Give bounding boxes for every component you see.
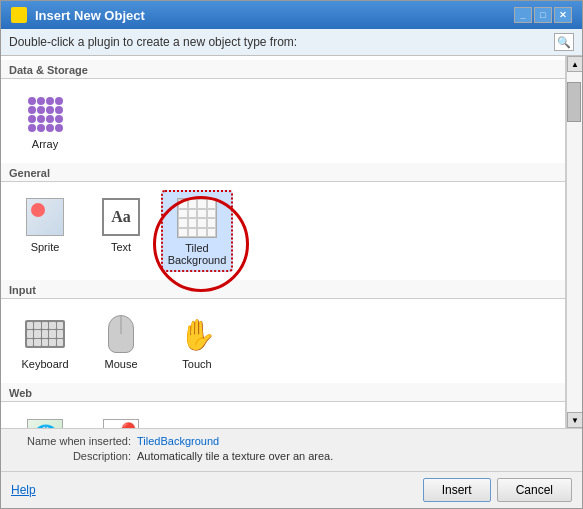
desc-label: Description: <box>11 450 131 462</box>
keyboard-icon <box>23 312 67 356</box>
item-array[interactable]: Array <box>9 87 81 155</box>
sprite-icon <box>23 195 67 239</box>
touch-icon: ✋ <box>175 312 219 356</box>
name-value: TiledBackground <box>137 435 219 447</box>
data-storage-grid: Array <box>1 79 565 163</box>
text-label: Text <box>111 241 131 253</box>
name-label: Name when inserted: <box>11 435 131 447</box>
desc-value: Automatically tile a texture over an are… <box>137 450 333 462</box>
help-link[interactable]: Help <box>11 483 36 497</box>
item-text[interactable]: Aa Text <box>85 190 157 272</box>
dialog-icon <box>11 7 27 23</box>
dialog-title: Insert New Object <box>35 8 145 23</box>
section-data-storage: Data & Storage <box>1 60 565 79</box>
main-container: Data & Storage Array <box>1 56 582 428</box>
subtitle-bar: Double-click a plugin to create a new ob… <box>1 29 582 56</box>
desc-row: Description: Automatically tile a textur… <box>11 450 572 462</box>
item-keyboard[interactable]: Keyboard <box>9 307 81 375</box>
scroll-thumb[interactable] <box>567 82 581 122</box>
web1-icon <box>23 415 67 428</box>
mouse-icon <box>99 312 143 356</box>
array-label: Array <box>32 138 58 150</box>
array-icon <box>23 92 67 136</box>
title-bar: Insert New Object _ □ ✕ <box>1 1 582 29</box>
maximize-button[interactable]: □ <box>534 7 552 23</box>
insert-button[interactable]: Insert <box>423 478 491 502</box>
section-input: Input <box>1 280 565 299</box>
insert-object-dialog: Insert New Object _ □ ✕ Double-click a p… <box>0 0 583 509</box>
main-area: Data & Storage Array <box>1 56 582 428</box>
item-web2[interactable] <box>85 410 157 428</box>
cancel-button[interactable]: Cancel <box>497 478 572 502</box>
section-web: Web <box>1 383 565 402</box>
item-touch[interactable]: ✋ Touch <box>161 307 233 375</box>
search-icon[interactable]: 🔍 <box>554 33 574 51</box>
scroll-track[interactable] <box>567 72 582 412</box>
item-sprite[interactable]: Sprite <box>9 190 81 272</box>
item-web1[interactable] <box>9 410 81 428</box>
section-general: General <box>1 163 565 182</box>
tiled-background-icon <box>175 196 219 240</box>
item-mouse[interactable]: Mouse <box>85 307 157 375</box>
title-bar-left: Insert New Object <box>11 7 145 23</box>
minimize-button[interactable]: _ <box>514 7 532 23</box>
web-grid <box>1 402 565 428</box>
sprite-label: Sprite <box>31 241 60 253</box>
name-row: Name when inserted: TiledBackground <box>11 435 572 447</box>
tiled-background-label: Tiled Background <box>167 242 227 266</box>
scroll-down-button[interactable]: ▼ <box>567 412 582 428</box>
web2-icon <box>99 415 143 428</box>
scrollbar[interactable]: ▲ ▼ <box>566 56 582 428</box>
subtitle-text: Double-click a plugin to create a new ob… <box>9 35 297 49</box>
button-group: Insert Cancel <box>423 478 572 502</box>
object-list: Data & Storage Array <box>1 56 566 428</box>
close-button[interactable]: ✕ <box>554 7 572 23</box>
title-controls[interactable]: _ □ ✕ <box>514 7 572 23</box>
general-grid: Sprite Aa Text <box>1 182 565 280</box>
mouse-label: Mouse <box>104 358 137 370</box>
input-grid: Keyboard Mouse ✋ Touch <box>1 299 565 383</box>
scroll-up-button[interactable]: ▲ <box>567 56 582 72</box>
bottom-buttons: Help Insert Cancel <box>1 471 582 508</box>
bottom-info: Name when inserted: TiledBackground Desc… <box>1 428 582 471</box>
item-tiled-background[interactable]: Tiled Background <box>161 190 233 272</box>
keyboard-label: Keyboard <box>21 358 68 370</box>
text-icon: Aa <box>99 195 143 239</box>
touch-label: Touch <box>182 358 211 370</box>
